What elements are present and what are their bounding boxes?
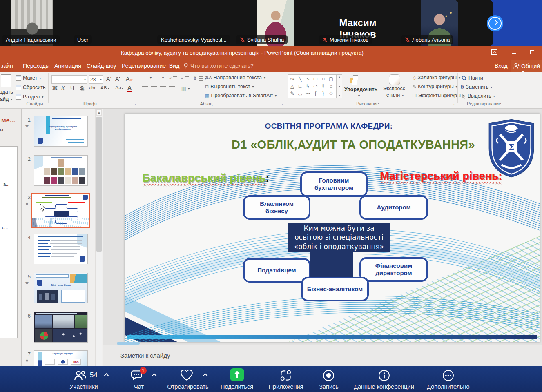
section-button[interactable]: Раздел▾: [16, 94, 43, 100]
slide-canvas[interactable]: ОСВІТНЯ ПРОГРАМА КАФЕДРИ: D1 «ОБЛІК,АУДИ…: [125, 114, 540, 342]
minimize-button[interactable]: [512, 53, 516, 54]
quick-styles-button-2[interactable]: стили▾: [386, 92, 404, 98]
participants-button[interactable]: 54 Участники: [53, 366, 114, 392]
tab-review[interactable]: Рецензирование: [122, 62, 166, 69]
shape-fill-button[interactable]: ◇Заливка фигуры▾: [413, 75, 460, 80]
bold-button[interactable]: Ж: [52, 85, 58, 91]
notes-panel[interactable]: Заметки к слайду: [103, 345, 542, 366]
clear-formatting-button[interactable]: А: [126, 76, 132, 82]
tab-view[interactable]: Вид: [169, 62, 179, 69]
shapes-gallery-scrollbar[interactable]: ▲▼▼: [337, 74, 342, 98]
tab-slideshow[interactable]: Слайд-шоу: [87, 62, 116, 69]
participants-menu-chevron-icon[interactable]: [104, 373, 109, 379]
quick-styles-button[interactable]: Экспресс-: [383, 86, 407, 91]
share-screen-button[interactable]: Поделиться: [212, 366, 261, 392]
next-videos-page-button[interactable]: [487, 15, 503, 31]
shape-line-icon[interactable]: ╲: [296, 75, 304, 82]
react-menu-chevron-icon[interactable]: [203, 373, 208, 379]
shape-elbow-arrow-icon[interactable]: ↳: [304, 82, 312, 90]
record-button[interactable]: Запись: [306, 366, 351, 392]
find-button[interactable]: Найти: [462, 75, 483, 81]
shape-arrow-down-icon[interactable]: ⇩: [319, 82, 327, 90]
restore-button[interactable]: [530, 50, 534, 54]
scroll-down-icon[interactable]: ▼: [338, 85, 341, 88]
chat-button[interactable]: 1 Чат: [118, 366, 159, 392]
text-shadow-button[interactable]: S: [80, 85, 84, 91]
increase-indent-button[interactable]: »: [181, 76, 189, 80]
font-color-button[interactable]: А: [127, 85, 132, 92]
thumbnails-scrollbar[interactable]: ▲: [95, 109, 102, 366]
columns-button[interactable]: ▥▾: [181, 86, 190, 91]
slide-thumbnail-1[interactable]: Кафедра обліку, аудиту та оподаткування: [34, 116, 88, 147]
new-slide-button[interactable]: здать: [0, 89, 13, 95]
slide-thumbnail-4[interactable]: [34, 234, 88, 264]
grow-font-button[interactable]: А▴: [106, 76, 112, 82]
shape-rectangle-icon[interactable]: ▭: [312, 75, 319, 82]
more-button[interactable]: Дополнительно: [421, 366, 476, 392]
align-right-button[interactable]: [160, 86, 166, 90]
tab-transitions[interactable]: Переходы: [23, 62, 50, 69]
font-dialog-launcher[interactable]: ⌟: [134, 102, 136, 106]
numbering-button[interactable]: ▾: [154, 76, 164, 80]
shape-curve-icon[interactable]: 〜: [304, 90, 312, 97]
justify-button[interactable]: [169, 86, 175, 90]
font-size-combobox[interactable]: 28▾: [89, 75, 103, 84]
shape-brace-left-icon[interactable]: {: [312, 90, 319, 97]
font-name-combobox[interactable]: ▾: [51, 75, 87, 84]
shape-brace-right-icon[interactable]: }: [319, 90, 327, 97]
shape-arc-icon[interactable]: ◡: [296, 90, 304, 97]
tab-design[interactable]: зайн: [1, 62, 13, 69]
underline-button[interactable]: Ч: [70, 85, 74, 91]
chat-menu-chevron-icon[interactable]: [152, 373, 157, 379]
layout-button[interactable]: Макет▾: [16, 75, 41, 81]
slide-thumbnail-5[interactable]: Облік - мова бізнесу: [34, 273, 88, 303]
bullets-button[interactable]: ▾: [142, 76, 152, 80]
shape-star-icon[interactable]: ☆: [327, 90, 335, 97]
shape-triangle-icon[interactable]: △: [288, 82, 296, 90]
shape-pentagon-icon[interactable]: ⌂: [327, 82, 335, 90]
shape-elbow-icon[interactable]: ∟: [296, 82, 304, 90]
paragraph-dialog-launcher[interactable]: ⌟: [281, 102, 283, 106]
slide-thumbnail-7[interactable]: Партнери кафедри BDO: [34, 350, 88, 366]
strikethrough-button[interactable]: abc: [89, 85, 96, 90]
share-ribbon-button[interactable]: Общий д: [511, 60, 542, 72]
shape-effects-button[interactable]: ❐Эффекты фигуры▾: [413, 93, 464, 98]
shape-rounded-rect-icon[interactable]: ▢: [327, 75, 335, 82]
change-case-button[interactable]: Аа▾: [115, 85, 123, 91]
apps-button[interactable]: Приложения: [261, 366, 310, 392]
align-text-button[interactable]: ⊟Выровнять текст▾: [205, 84, 254, 89]
scroll-up-icon[interactable]: ▲: [338, 76, 341, 78]
shape-scribble-icon[interactable]: ✎: [288, 90, 296, 97]
meeting-info-button[interactable]: Данные конференции: [345, 366, 423, 392]
text-direction-button[interactable]: ⇅AНаправление текста▾: [205, 75, 265, 80]
decrease-indent-button[interactable]: «: [169, 76, 177, 80]
select-button[interactable]: Выделить▾: [462, 93, 495, 99]
align-left-button[interactable]: [142, 86, 148, 90]
replace-button[interactable]: abac Заменить▾: [461, 84, 492, 90]
scroll-up-arrow[interactable]: ▲: [96, 109, 102, 116]
shape-arrow-right-icon[interactable]: ⇨: [312, 82, 319, 90]
character-spacing-button[interactable]: АВ▾: [100, 85, 110, 90]
slide-thumbnail-6[interactable]: [34, 312, 88, 343]
new-slide-button-2[interactable]: айд▾: [0, 96, 12, 102]
tab-animation[interactable]: Анимация: [54, 62, 81, 69]
arrange-button[interactable]: Упорядочить: [344, 87, 377, 92]
horizontal-scrollbar-thumb[interactable]: [117, 342, 140, 345]
convert-smartart-button[interactable]: ▦Преобразовать в SmartArt▾: [205, 93, 277, 98]
shape-arrow-line-icon[interactable]: ↘: [304, 75, 312, 82]
shape-textbox-icon[interactable]: A≡: [288, 75, 296, 82]
italic-button[interactable]: К: [61, 85, 65, 91]
drawing-dialog-launcher[interactable]: ⌟: [453, 102, 454, 106]
shape-ellipse-icon[interactable]: ○: [319, 75, 327, 82]
reset-button[interactable]: Сбросить: [16, 85, 46, 90]
sign-in-button[interactable]: Вход: [495, 62, 508, 69]
tell-me-box[interactable]: Что вы хотите сделать?: [190, 62, 254, 69]
react-button[interactable]: Отреагировать: [159, 366, 216, 392]
slide-thumbnail-2[interactable]: [34, 155, 88, 186]
gallery-more-icon[interactable]: ▼: [338, 94, 341, 97]
shape-outline-button[interactable]: ✎Контур фигуры▾: [413, 84, 457, 89]
ribbon-display-options-button[interactable]: [491, 49, 497, 55]
line-spacing-button[interactable]: ⇕▾: [193, 76, 206, 81]
scrollbar-thumb[interactable]: [96, 117, 102, 252]
shrink-font-button[interactable]: А▾: [115, 76, 120, 82]
